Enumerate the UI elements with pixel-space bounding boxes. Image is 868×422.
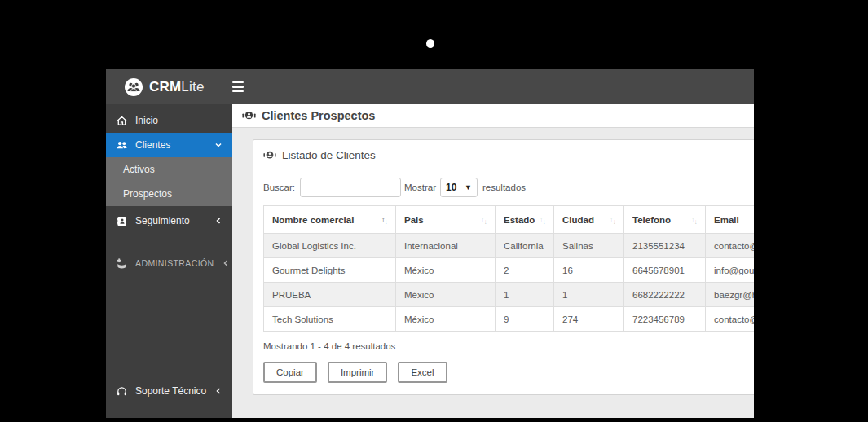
sort-desc-icon: ↓ (694, 218, 698, 226)
table-row[interactable]: Gourmet Delights México 2 16 6645678901 … (264, 258, 755, 283)
clients-card: Listado de Clientes Buscar: Mostrar 10 ▼… (253, 139, 754, 395)
topbar: CRMLite (106, 69, 754, 104)
cell-pais: México (396, 307, 496, 332)
sort-desc-icon: ↓ (484, 218, 487, 226)
sort-desc-icon: ↓ (613, 218, 616, 226)
chevron-left-icon (222, 259, 230, 267)
print-button[interactable]: Imprimir (328, 362, 388, 383)
show-label: Mostrar (404, 182, 436, 192)
cell-email: info@gourmeto (706, 258, 755, 283)
sidebar-item-label: Soporte Técnico (135, 385, 207, 397)
column-header-email[interactable]: Email (706, 206, 755, 234)
cell-nombre: Tech Solutions (264, 307, 396, 332)
cell-nombre: Global Logistics Inc. (264, 234, 396, 258)
sort-desc-icon: ↓ (385, 218, 388, 226)
table-controls: Buscar: Mostrar 10 ▼ resultados (263, 178, 754, 197)
admin-tools-icon (116, 257, 128, 270)
sidebar-item-activos[interactable]: Activos (106, 157, 232, 182)
excel-button[interactable]: Excel (398, 362, 447, 383)
results-label: resultados (482, 182, 526, 192)
card-body: Buscar: Mostrar 10 ▼ resultados (253, 169, 754, 394)
sidebar-item-label: Prospectos (123, 188, 223, 200)
sidebar-item-seguimiento[interactable]: Seguimiento (106, 209, 232, 233)
chevron-left-icon (214, 387, 223, 395)
cell-telefono: 2135551234 (624, 234, 706, 258)
table-header-row: Nombre comercial↑↓ Pais↑↓ Estado↑↓ Ciuda… (264, 206, 755, 234)
sort-icons: ↑↓ (481, 216, 487, 223)
app-title: CRMLite (149, 79, 205, 95)
card-header: Listado de Clientes (253, 140, 754, 169)
table-row[interactable]: Tech Solutions México 9 274 7223456789 c… (264, 307, 755, 332)
sidebar-item-administracion[interactable]: ADMINISTRACIÓN (106, 251, 232, 275)
column-header-estado[interactable]: Estado↑↓ (496, 206, 554, 234)
address-book-icon (116, 215, 128, 227)
page-header: Clientes Prospectos (232, 104, 754, 128)
sidebar-item-label: Activos (123, 164, 223, 175)
menu-toggle-icon[interactable] (229, 78, 247, 96)
column-header-pais[interactable]: Pais↑↓ (396, 206, 496, 234)
chevron-left-icon (214, 217, 223, 225)
cell-ciudad: 16 (554, 258, 624, 283)
copy-button[interactable]: Copiar (263, 362, 317, 383)
cell-estado: 1 (496, 283, 554, 307)
column-header-nombre-comercial[interactable]: Nombre comercial↑↓ (264, 206, 396, 234)
cell-ciudad: Salinas (554, 234, 624, 258)
chevron-down-icon (214, 141, 223, 149)
sidebar-item-inicio[interactable]: Inicio (106, 108, 232, 133)
clients-group-icon (263, 150, 276, 160)
clientes-submenu: Activos Prospectos (106, 157, 232, 206)
table-row[interactable]: PRUEBA México 1 1 6682222222 baezgr@hotm… (264, 283, 755, 307)
cell-email: contacto@tech (706, 307, 755, 332)
sidebar-item-label: Inicio (135, 115, 223, 126)
page-title: Clientes Prospectos (262, 109, 375, 122)
cell-nombre: PRUEBA (264, 283, 396, 307)
column-header-ciudad[interactable]: Ciudad↑↓ (554, 206, 624, 234)
clients-group-icon (242, 110, 256, 121)
sidebar-item-clientes[interactable]: Clientes (106, 133, 232, 157)
cursor-dot (426, 39, 434, 48)
sort-icons: ↑↓ (691, 216, 697, 223)
clients-table: Nombre comercial↑↓ Pais↑↓ Estado↑↓ Ciuda… (263, 205, 754, 332)
cell-estado: California (496, 234, 554, 258)
cell-email: baezgr@hotma (706, 283, 755, 307)
sort-icons: ↑↓ (610, 216, 615, 223)
results-summary: Mostrando 1 - 4 de 4 resultados (263, 341, 754, 351)
cell-estado: 2 (496, 258, 554, 283)
screenshot-background: CRMLite Inicio Clientes (0, 0, 868, 422)
cell-ciudad: 274 (554, 307, 624, 332)
main-area: Clientes Prospectos Listado de Clientes (232, 104, 754, 418)
app-logo[interactable]: CRMLite (106, 77, 214, 97)
cell-nombre: Gourmet Delights (264, 258, 396, 283)
sidebar-item-soporte-tecnico[interactable]: Soporte Técnico (106, 379, 232, 403)
page-size-select[interactable]: 10 ▼ (440, 178, 478, 197)
caret-down-icon: ▼ (465, 183, 472, 191)
headset-icon (116, 385, 128, 398)
app-window: CRMLite Inicio Clientes (106, 69, 754, 418)
cell-pais: México (396, 283, 496, 307)
column-header-telefono[interactable]: Telefono↑↓ (624, 206, 706, 234)
cell-email: contacto@glob (706, 234, 755, 258)
sidebar: Inicio Clientes Activos (106, 104, 232, 418)
cell-telefono: 6645678901 (624, 258, 706, 283)
sidebar-item-prospectos[interactable]: Prospectos (106, 182, 232, 206)
sort-icons: ↑↓ (540, 216, 545, 223)
sidebar-item-label: Seguimiento (135, 215, 207, 226)
search-input[interactable] (300, 178, 401, 197)
table-row[interactable]: Global Logistics Inc. Internacional Cali… (264, 234, 755, 258)
search-label: Buscar: (263, 182, 295, 192)
cell-ciudad: 1 (554, 283, 624, 307)
sidebar-item-label: Clientes (135, 139, 207, 151)
export-buttons: Copiar Imprimir Excel (263, 362, 754, 383)
card-title: Listado de Clientes (282, 149, 376, 161)
page-size-value: 10 (446, 182, 456, 193)
cell-telefono: 7223456789 (624, 307, 706, 332)
cell-pais: México (396, 258, 496, 283)
sort-icons: ↑↓ (381, 216, 387, 223)
logo-people-icon (124, 77, 143, 97)
users-icon (116, 139, 128, 152)
sort-desc-icon: ↓ (543, 218, 546, 226)
cell-estado: 9 (496, 307, 554, 332)
home-icon (116, 115, 128, 127)
cell-pais: Internacional (396, 234, 496, 258)
cell-telefono: 6682222222 (624, 283, 706, 307)
